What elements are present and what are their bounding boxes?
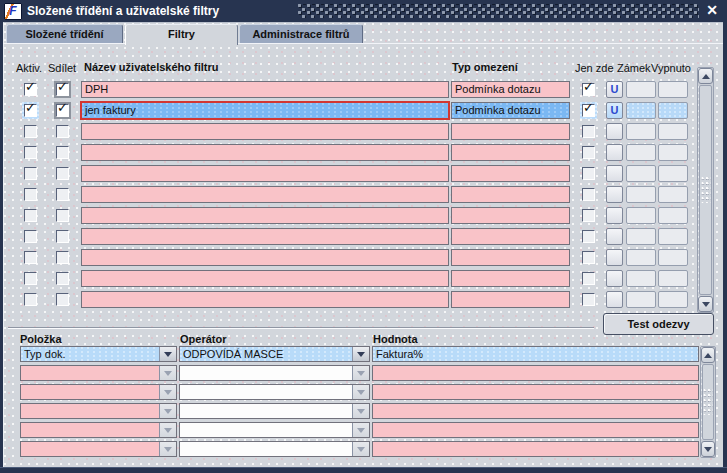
off-field[interactable] [658,81,688,98]
dropdown-arrow-icon[interactable] [159,442,176,456]
only-here-checkbox[interactable] [580,186,597,203]
only-here-checkbox[interactable] [580,207,597,224]
active-checkbox[interactable] [22,291,39,308]
dropdown-arrow-icon[interactable] [352,385,369,399]
lock-button[interactable] [606,186,623,203]
dropdown-arrow-icon[interactable] [352,366,369,380]
only-here-checkbox[interactable] [580,102,597,119]
only-here-checkbox[interactable] [580,81,597,98]
operator-dropdown[interactable] [179,441,370,457]
lock-field[interactable] [626,270,656,287]
shared-checkbox[interactable] [54,144,71,161]
lock-field[interactable] [626,228,656,245]
tab-administrace-filtru[interactable]: Administrace filtrů [239,24,363,43]
operator-dropdown[interactable] [179,384,370,400]
active-checkbox[interactable] [22,81,39,98]
filter-name-field[interactable] [81,228,449,245]
active-checkbox[interactable] [22,123,39,140]
scrollbar-thumb[interactable] [699,85,712,295]
lock-button[interactable] [606,228,623,245]
shared-checkbox[interactable] [54,228,71,245]
only-here-checkbox[interactable] [580,291,597,308]
lock-field[interactable] [626,291,656,308]
dropdown-arrow-icon[interactable] [159,404,176,418]
filter-name-field[interactable] [81,270,449,287]
item-dropdown[interactable] [20,384,177,400]
restriction-type-field[interactable] [451,291,570,308]
value-field[interactable] [372,384,699,400]
value-field[interactable] [372,441,699,457]
shared-checkbox[interactable] [54,291,71,308]
restriction-type-field[interactable] [451,249,570,266]
dropdown-arrow-icon[interactable] [352,404,369,418]
dropdown-arrow-icon[interactable] [352,347,369,361]
lock-button[interactable] [606,123,623,140]
operator-dropdown[interactable]: ODPOVÍDÁ MASCE [179,346,370,362]
tab-filtry[interactable]: Filtry [125,24,238,45]
restriction-type-field[interactable] [451,165,570,182]
active-checkbox[interactable] [22,144,39,161]
only-here-checkbox[interactable] [580,228,597,245]
active-checkbox[interactable] [22,186,39,203]
lock-button[interactable]: U [606,81,623,98]
scroll-down-icon[interactable] [701,441,715,457]
off-field[interactable] [658,144,688,161]
shared-checkbox[interactable] [54,186,71,203]
shared-checkbox[interactable] [54,165,71,182]
filter-name-field[interactable] [81,123,449,140]
restriction-type-field[interactable]: Podmínka dotazu [451,102,570,119]
only-here-checkbox[interactable] [580,165,597,182]
filter-name-field[interactable] [81,144,449,161]
operator-dropdown[interactable] [179,422,370,438]
only-here-checkbox[interactable] [580,270,597,287]
lock-field[interactable] [626,165,656,182]
test-response-button[interactable]: Test odezvy [603,313,714,335]
scroll-up-icon[interactable] [698,68,713,84]
dropdown-arrow-icon[interactable] [352,442,369,456]
lock-button[interactable] [606,270,623,287]
scroll-down-icon[interactable] [698,296,713,312]
only-here-checkbox[interactable] [580,123,597,140]
restriction-type-field[interactable] [451,270,570,287]
lock-field[interactable] [626,186,656,203]
filters-scrollbar[interactable] [697,67,714,313]
value-field[interactable] [372,365,699,381]
dropdown-arrow-icon[interactable] [159,347,176,361]
criteria-scrollbar[interactable] [700,346,716,458]
lock-button[interactable]: U [606,102,623,119]
restriction-type-field[interactable] [451,144,570,161]
shared-checkbox[interactable] [54,102,71,119]
filter-name-field[interactable] [81,165,449,182]
restriction-type-field[interactable] [451,207,570,224]
lock-field[interactable] [626,123,656,140]
filter-name-field[interactable] [81,207,449,224]
lock-field[interactable] [626,144,656,161]
item-dropdown[interactable] [20,403,177,419]
only-here-checkbox[interactable] [580,144,597,161]
off-field[interactable] [658,165,688,182]
off-field[interactable] [658,291,688,308]
operator-dropdown[interactable] [179,365,370,381]
lock-button[interactable] [606,165,623,182]
lock-field[interactable] [626,81,656,98]
only-here-checkbox[interactable] [580,249,597,266]
restriction-type-field[interactable] [451,123,570,140]
active-checkbox[interactable] [22,249,39,266]
active-checkbox[interactable] [22,207,39,224]
value-field[interactable] [372,422,699,438]
lock-button[interactable] [606,207,623,224]
active-checkbox[interactable] [22,228,39,245]
dropdown-arrow-icon[interactable] [352,423,369,437]
item-dropdown[interactable] [20,441,177,457]
off-field[interactable] [658,123,688,140]
filter-name-field[interactable] [81,186,449,203]
off-field[interactable] [658,186,688,203]
restriction-type-field[interactable] [451,228,570,245]
item-dropdown[interactable] [20,422,177,438]
item-dropdown[interactable] [20,365,177,381]
active-checkbox[interactable] [22,165,39,182]
active-checkbox[interactable] [22,102,39,119]
active-checkbox[interactable] [22,270,39,287]
dropdown-arrow-icon[interactable] [159,423,176,437]
scroll-up-icon[interactable] [701,347,715,363]
